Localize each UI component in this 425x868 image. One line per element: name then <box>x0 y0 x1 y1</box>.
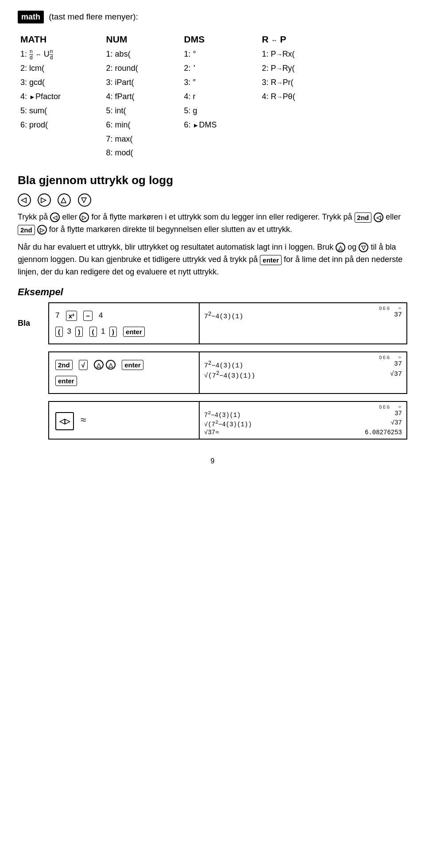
keys-line2-1: ( 3 ) ( 1 ) enter <box>55 324 193 339</box>
example-table-3: ◁▷ ≈ DEG ≈ 72−4(3)(1) 37 √(72−4(3)(1)) √… <box>18 401 407 440</box>
rp-item-2: 2: P→Ry( <box>259 62 407 76</box>
example-label-cell-1: Bla <box>18 303 49 344</box>
num-item-7: 7: max( <box>104 132 182 147</box>
key-sqrt: √ <box>79 360 88 370</box>
screen-right-1-1: 37 <box>394 311 402 320</box>
intro-line: math (tast med flere menyer): <box>18 11 407 23</box>
dms-item-3: 3: ″ <box>182 76 259 90</box>
example-row-2: 2nd √ △ △ enter enter DEG ≈ 72−4(3)(1) 3… <box>18 352 407 393</box>
example-label-cell-2 <box>18 352 49 393</box>
rp-item-5 <box>259 104 407 118</box>
screen-right-2-2: √37 <box>390 370 402 380</box>
approx-symbol: ≈ <box>81 414 86 425</box>
dms-item-8 <box>182 146 259 160</box>
key-rparen2: ) <box>109 327 117 337</box>
screen-header-2: DEG ≈ <box>204 355 402 360</box>
menu-row-2: 2: lcm( 2: round( 2: ʼ 2: P→Ry( <box>18 62 407 76</box>
page-number: 9 <box>18 457 407 465</box>
example-keys-cell-1: 7 x² − 4 ( 3 ) ( 1 ) enter <box>49 303 199 344</box>
arrow-row: ◁ ▷ △ ▽ <box>18 192 407 207</box>
key-lparen1: ( <box>55 327 63 337</box>
screen-left-3-1: 72−4(3)(1) <box>204 410 241 419</box>
screen-line-3-1: 72−4(3)(1) 37 <box>204 410 402 419</box>
screen-left-3-3: √37≈ <box>204 429 219 436</box>
col-dms: DMS <box>182 33 259 47</box>
menu-row-3: 3: gcd( 3: iPart( 3: ″ 3: R→Pr( <box>18 76 407 90</box>
menu-table: MATH NUM DMS R ↔ P 1: nd ↔ Und 1: abs( 1… <box>18 33 407 160</box>
screen-left-2-2: √(72−4(3)(1)) <box>204 370 255 380</box>
screen-left-1-1: 72−4(3)(1) <box>204 311 243 320</box>
math-badge: math <box>18 11 44 23</box>
screen-line-2-1: 72−4(3)(1) 37 <box>204 360 402 370</box>
key-minus: − <box>83 311 93 321</box>
num-item-5: 5: int( <box>104 104 182 118</box>
rp-item-1: 1: P→Rx( <box>259 47 407 62</box>
up-arrow-circle: △ <box>58 193 71 207</box>
rp-item-6 <box>259 118 407 132</box>
math-item-2: 2: lcm( <box>18 62 104 76</box>
example-keys-cell-2: 2nd √ △ △ enter enter <box>49 352 199 393</box>
screen-left-2-1: 72−4(3)(1) <box>204 360 243 370</box>
menu-row-1: 1: nd ↔ Und 1: abs( 1: ° 1: P→Rx( <box>18 47 407 62</box>
math-item-5: 5: sum( <box>18 104 104 118</box>
keys-line1-2: 2nd √ △ △ enter <box>55 357 193 373</box>
key-lr-arrows: ◁▷ <box>55 412 74 431</box>
num-item-2: 2: round( <box>104 62 182 76</box>
section-heading: Bla gjennom uttrykk og logg <box>18 174 407 187</box>
math-item-4: 4: ►Pfactor <box>18 90 104 104</box>
screen-right-3-1: 37 <box>394 410 402 419</box>
up-arrow-inline: △ <box>336 243 345 252</box>
menu-row-6: 6: prod( 6: min( 6: ►DMS <box>18 118 407 132</box>
left-arrow-inline: ◁ <box>50 212 60 222</box>
key-2nd-sqrt: 2nd <box>55 360 73 370</box>
keys-line2-2: enter <box>55 373 193 389</box>
left-arrow-circle: ◁ <box>18 193 31 207</box>
keys-line1-3: ◁▷ ≈ <box>55 410 193 430</box>
example-row-1: Bla 7 x² − 4 ( 3 ) ( 1 ) enter <box>18 303 407 344</box>
screen-line-2-2: √(72−4(3)(1)) √37 <box>204 370 402 380</box>
dms-item-6: 6: ►DMS <box>182 118 259 132</box>
example-keys-cell-3: ◁▷ ≈ <box>49 401 199 439</box>
screen-right-2-1: 37 <box>394 360 402 370</box>
screen-right-3-3: 6.08276253 <box>365 429 402 436</box>
math-item-6: 6: prod( <box>18 118 104 132</box>
key-enter-ex1: enter <box>123 327 145 337</box>
screen-line-3-3: √37≈ 6.08276253 <box>204 429 402 436</box>
up-arr-ex2: △ <box>94 360 104 370</box>
rp-item-3: 3: R→Pr( <box>259 76 407 90</box>
para2: Når du har evaluert et uttrykk, blir utt… <box>18 241 407 278</box>
screen-right-3-2: √37 <box>391 419 402 428</box>
key-enter-ex2a: enter <box>122 360 143 370</box>
key-2nd-2: 2nd <box>18 225 35 235</box>
dms-item-5: 5: g <box>182 104 259 118</box>
example-table-1: Bla 7 x² − 4 ( 3 ) ( 1 ) enter <box>18 302 407 344</box>
menu-row-4: 4: ►Pfactor 4: fPart( 4: r 4: R→Pθ( <box>18 90 407 104</box>
example-screen-cell-3: DEG ≈ 72−4(3)(1) 37 √(72−4(3)(1)) √37 √3… <box>199 401 407 439</box>
rp-item-4: 4: R→Pθ( <box>259 90 407 104</box>
left-arrow-inline2: ◁ <box>374 212 383 222</box>
example-screen-cell-1: DEG ≈ 72−4(3)(1) 37 <box>199 303 407 344</box>
right-arrow-inline: ▷ <box>79 212 89 222</box>
down-arrow-inline: ▽ <box>359 243 368 252</box>
screen-left-3-2: √(72−4(3)(1)) <box>204 419 252 428</box>
menu-row-7: 7: max( <box>18 132 407 147</box>
screen-header-3: DEG ≈ <box>204 405 402 410</box>
math-item-3: 3: gcd( <box>18 76 104 90</box>
example-row-3: ◁▷ ≈ DEG ≈ 72−4(3)(1) 37 √(72−4(3)(1)) √… <box>18 401 407 439</box>
example-label-cell-3 <box>18 401 49 439</box>
screen-line-3-2: √(72−4(3)(1)) √37 <box>204 419 402 428</box>
key-x2: x² <box>66 311 77 321</box>
example-screen-cell-2: DEG ≈ 72−4(3)(1) 37 √(72−4(3)(1)) √37 <box>199 352 407 393</box>
math-item-8 <box>18 146 104 160</box>
example-label: Eksempel <box>18 286 407 298</box>
dms-item-4: 4: r <box>182 90 259 104</box>
num-item-3: 3: iPart( <box>104 76 182 90</box>
num-item-8: 8: mod( <box>104 146 182 160</box>
key-enter-1: enter <box>260 255 282 265</box>
dms-item-7 <box>182 132 259 147</box>
example-table-2: 2nd √ △ △ enter enter DEG ≈ 72−4(3)(1) 3… <box>18 351 407 393</box>
num-item-4: 4: fPart( <box>104 90 182 104</box>
num-item-1: 1: abs( <box>104 47 182 62</box>
screen-line-1-1: 72−4(3)(1) 37 <box>204 311 402 320</box>
intro-text: (tast med flere menyer): <box>49 12 138 21</box>
